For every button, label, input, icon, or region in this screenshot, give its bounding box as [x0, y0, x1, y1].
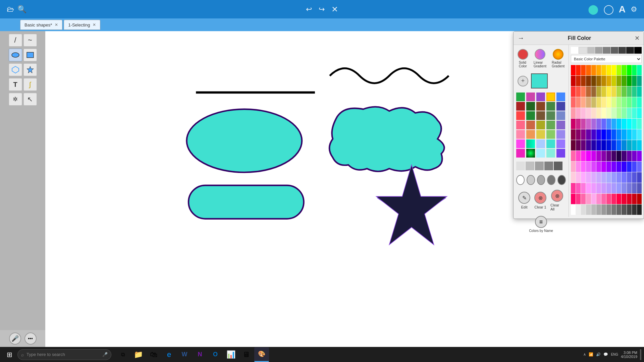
palette-color-43[interactable]	[576, 97, 581, 108]
palette-color-76[interactable]	[601, 119, 606, 129]
palette-color-116[interactable]	[591, 151, 596, 161]
palette-color-16[interactable]	[581, 76, 586, 86]
edit-button[interactable]: ✎ Edit	[518, 192, 530, 209]
microphone-button[interactable]: 🎤	[9, 333, 21, 345]
forward-arrow-icon[interactable]: →	[518, 34, 524, 42]
palette-color-58[interactable]	[581, 108, 586, 118]
palette-color-26[interactable]	[632, 76, 637, 86]
palette-color-1[interactable]	[576, 65, 581, 75]
palette-color-138[interactable]	[632, 162, 637, 172]
recent-color-20[interactable]	[556, 121, 565, 129]
mic-taskbar-icon[interactable]: 🎤	[102, 352, 108, 357]
recent-color-30[interactable]	[556, 139, 565, 148]
palette-color-117[interactable]	[596, 151, 601, 161]
palette-color-176[interactable]	[611, 194, 616, 204]
palette-color-177[interactable]	[616, 194, 621, 204]
palette-color-29[interactable]	[576, 86, 581, 97]
palette-color-124[interactable]	[632, 151, 637, 161]
palette-color-146[interactable]	[601, 172, 606, 183]
recent-color-31[interactable]	[516, 149, 525, 158]
palette-color-62[interactable]	[601, 108, 606, 118]
recent-color-27[interactable]	[526, 139, 535, 148]
colors-by-name-section[interactable]: ≡ Colors by Name	[516, 216, 566, 233]
palette-color-165[interactable]	[627, 183, 632, 193]
palette-color-27[interactable]	[637, 76, 642, 86]
recent-color-16[interactable]	[516, 121, 525, 129]
palette-color-77[interactable]	[606, 119, 611, 129]
palette-color-25[interactable]	[627, 76, 632, 86]
gray-4[interactable]	[544, 162, 553, 170]
recent-color-9[interactable]	[546, 102, 555, 111]
palette-color-150[interactable]	[622, 172, 626, 183]
zoom-icon[interactable]: 🔍	[17, 5, 26, 14]
start-button[interactable]: ⊞	[3, 348, 16, 361]
palette-color-39[interactable]	[627, 86, 632, 97]
palette-color-96[interactable]	[632, 129, 637, 140]
recent-color-10[interactable]	[556, 102, 565, 111]
palette-color-34[interactable]	[601, 86, 606, 97]
ellipse-tool[interactable]	[9, 49, 22, 61]
recent-color-1[interactable]	[516, 93, 525, 101]
undo-button[interactable]: ↩	[306, 5, 312, 14]
recent-color-22[interactable]	[526, 130, 535, 139]
folder-icon[interactable]: 🗁	[7, 5, 14, 14]
recent-color-14[interactable]	[546, 111, 555, 120]
palette-color-31[interactable]	[586, 86, 591, 97]
palette-color-107[interactable]	[616, 140, 621, 150]
palette-color-122[interactable]	[622, 151, 626, 161]
word-app[interactable]: W	[177, 347, 192, 362]
palette-color-19[interactable]	[596, 76, 601, 86]
palette-color-69[interactable]	[637, 108, 642, 118]
stroke-color-indicator[interactable]: ◯	[603, 4, 614, 15]
palette-color-36[interactable]	[611, 86, 616, 97]
palette-color-115[interactable]	[586, 151, 591, 161]
palette-color-99[interactable]	[576, 140, 581, 150]
palette-color-173[interactable]	[596, 194, 601, 204]
recent-color-11[interactable]	[516, 111, 525, 120]
text-tool-indicator[interactable]: A	[619, 4, 626, 15]
palette-color-28[interactable]	[571, 86, 576, 97]
action-center-icon[interactable]: 💬	[603, 352, 608, 357]
palette-color-72[interactable]	[581, 119, 586, 129]
palette-color-38[interactable]	[622, 86, 626, 97]
palette-color-172[interactable]	[591, 194, 596, 204]
palette-color-73[interactable]	[586, 119, 591, 129]
bezier-tool[interactable]: ∫	[23, 78, 37, 91]
palette-color-109[interactable]	[627, 140, 632, 150]
recent-color-17[interactable]	[526, 121, 535, 129]
recent-color-19[interactable]	[546, 121, 555, 129]
gs-vdark[interactable]	[619, 47, 626, 54]
network-icon[interactable]: 📶	[589, 352, 593, 357]
palette-color-139[interactable]	[637, 162, 642, 172]
gray-1[interactable]	[516, 162, 525, 170]
palette-color-129[interactable]	[586, 162, 591, 172]
recent-color-23[interactable]	[536, 130, 545, 139]
palette-color-125[interactable]	[637, 151, 642, 161]
palette-color-135[interactable]	[616, 162, 621, 172]
recent-color-28[interactable]	[536, 139, 545, 148]
palette-color-157[interactable]	[586, 183, 591, 193]
palette-color-156[interactable]	[581, 183, 586, 193]
palette-color-44[interactable]	[581, 97, 586, 108]
gs-mid[interactable]	[587, 47, 595, 54]
palette-color-130[interactable]	[591, 162, 596, 172]
palette-color-67[interactable]	[627, 108, 632, 118]
palette-color-15[interactable]	[576, 76, 581, 86]
tab-close-basic-shapes[interactable]: ✕	[55, 22, 58, 27]
gray-3[interactable]	[535, 162, 544, 170]
palette-color-134[interactable]	[611, 162, 616, 172]
palette-color-56[interactable]	[571, 108, 576, 118]
palette-color-87[interactable]	[586, 129, 591, 140]
palette-color-185[interactable]	[586, 204, 591, 215]
palette-color-180[interactable]	[632, 194, 637, 204]
palette-color-132[interactable]	[601, 162, 606, 172]
palette-color-143[interactable]	[586, 172, 591, 183]
palette-color-133[interactable]	[606, 162, 611, 172]
palette-color-0[interactable]	[571, 65, 576, 75]
palette-color-6[interactable]	[601, 65, 606, 75]
recent-color-18[interactable]	[536, 121, 545, 129]
palette-color-160[interactable]	[601, 183, 606, 193]
palette-color-7[interactable]	[606, 65, 611, 75]
circle-lightgray[interactable]	[527, 175, 535, 185]
inkscape-app[interactable]: 🎨	[254, 347, 269, 362]
